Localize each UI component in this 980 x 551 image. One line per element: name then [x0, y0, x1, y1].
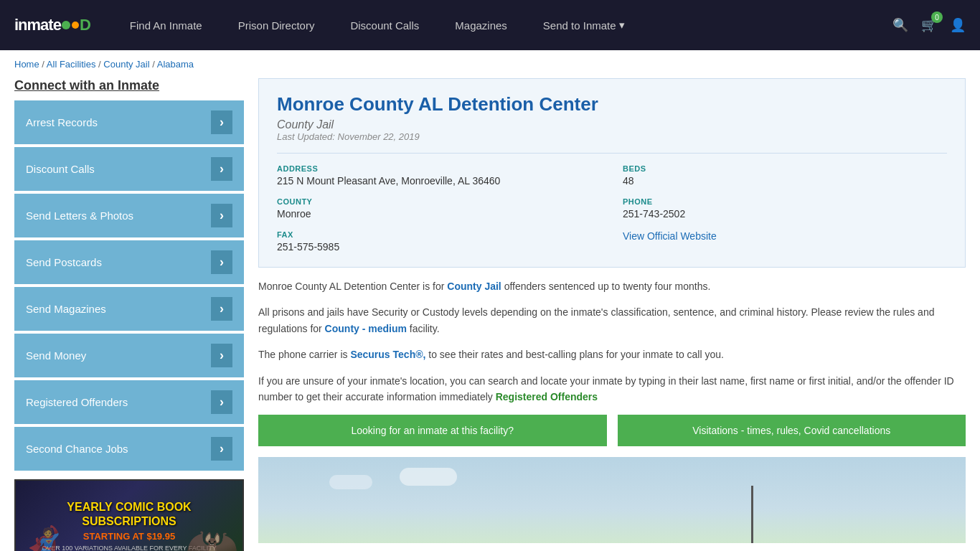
phone-block: PHONE 251-743-2502: [623, 197, 947, 220]
facility-type: County Jail: [277, 118, 947, 131]
county-block: COUNTY Monroe: [277, 197, 601, 220]
arrow-icon: ›: [211, 344, 232, 367]
utility-pole: [751, 486, 753, 543]
nav-send-to-inmate[interactable]: Send to Inmate ▾: [525, 0, 643, 50]
fax-label: FAX: [277, 230, 601, 239]
phone-value: 251-743-2502: [623, 208, 947, 220]
sidebar-item-send-magazines[interactable]: Send Magazines ›: [14, 287, 244, 331]
cart-badge: 0: [931, 11, 943, 23]
logo-text2: D: [80, 16, 90, 34]
sidebar-item-second-chance-jobs[interactable]: Second Chance Jobs ›: [14, 427, 244, 471]
county-jail-link[interactable]: County Jail: [447, 281, 501, 292]
desc-para-2: All prisons and jails have Security or C…: [258, 304, 966, 336]
sidebar-label: Second Chance Jobs: [26, 443, 128, 455]
sidebar-item-send-postcards[interactable]: Send Postcards ›: [14, 240, 244, 284]
county-value: Monroe: [277, 208, 601, 220]
sidebar-label: Arrest Records: [26, 116, 98, 128]
breadcrumb: Home / All Facilities / County Jail / Al…: [0, 50, 980, 78]
cloud2: [329, 475, 372, 489]
breadcrumb-home[interactable]: Home: [14, 59, 39, 70]
sidebar-item-send-money[interactable]: Send Money ›: [14, 334, 244, 377]
ad-hero-batman: 🦇: [185, 520, 239, 551]
sidebar-item-send-letters[interactable]: Send Letters & Photos ›: [14, 194, 244, 237]
photo-sky: [258, 457, 966, 543]
facility-name: Monroe County AL Detention Center: [277, 93, 947, 116]
arrow-icon: ›: [211, 204, 232, 227]
nav-discount-calls[interactable]: Discount Calls: [332, 0, 437, 50]
logo[interactable]: inmate D: [14, 16, 90, 34]
facility-card: Monroe County AL Detention Center County…: [258, 78, 966, 268]
site-header: inmate D Find An Inmate Prison Directory…: [0, 0, 980, 50]
sidebar-label: Send Postcards: [26, 256, 102, 268]
nav-prison-directory[interactable]: Prison Directory: [220, 0, 333, 50]
breadcrumb-county-jail[interactable]: County Jail: [103, 59, 149, 70]
nav-send-label: Send to Inmate: [543, 19, 616, 32]
website-link[interactable]: View Official Website: [623, 230, 717, 242]
address-value: 215 N Mount Pleasant Ave, Monroeville, A…: [277, 175, 601, 187]
arrow-icon: ›: [211, 297, 232, 321]
logo-text: inmate: [14, 16, 61, 34]
facility-updated: Last Updated: November 22, 2019: [277, 131, 947, 142]
sidebar: Connect with an Inmate Arrest Records › …: [14, 78, 244, 551]
logo-icon-green: [62, 21, 70, 29]
main-layout: Connect with an Inmate Arrest Records › …: [0, 78, 980, 551]
action-buttons: Looking for an inmate at this facility? …: [258, 415, 966, 446]
sidebar-label: Send Letters & Photos: [26, 209, 133, 222]
fax-block: FAX 251-575-5985: [277, 230, 601, 253]
description-section: Monroe County AL Detention Center is for…: [258, 278, 966, 457]
cloud1: [400, 468, 457, 486]
beds-block: BEDS 48: [623, 164, 947, 187]
arrow-icon: ›: [211, 390, 232, 414]
logo-icon-orange: [72, 22, 79, 29]
sidebar-item-discount-calls[interactable]: Discount Calls ›: [14, 147, 244, 191]
main-nav: Find An Inmate Prison Directory Discount…: [112, 0, 892, 50]
search-icon[interactable]: 🔍: [892, 17, 908, 33]
cart-icon[interactable]: 🛒 0: [921, 17, 937, 33]
securus-link[interactable]: Securus Tech®,: [350, 349, 425, 360]
user-icon[interactable]: 👤: [950, 17, 966, 33]
facility-photo: [258, 457, 966, 543]
arrow-icon: ›: [211, 157, 232, 181]
sidebar-label: Discount Calls: [26, 163, 95, 175]
arrow-icon: ›: [211, 250, 232, 274]
sidebar-title: Connect with an Inmate: [14, 78, 244, 93]
address-block: ADDRESS 215 N Mount Pleasant Ave, Monroe…: [277, 164, 601, 187]
address-label: ADDRESS: [277, 164, 601, 173]
ad-subtitle: STARTING AT $19.95: [83, 531, 175, 542]
nav-find-inmate[interactable]: Find An Inmate: [112, 0, 220, 50]
sidebar-label: Registered Offenders: [26, 396, 128, 408]
arrow-icon: ›: [211, 437, 232, 461]
main-content: Monroe County AL Detention Center County…: [258, 78, 966, 551]
nav-magazines[interactable]: Magazines: [437, 0, 525, 50]
sidebar-item-arrest-records[interactable]: Arrest Records ›: [14, 100, 244, 144]
arrow-icon: ›: [211, 110, 232, 134]
phone-label: PHONE: [623, 197, 947, 206]
county-label: COUNTY: [277, 197, 601, 206]
header-icons: 🔍 🛒 0 👤: [892, 17, 966, 33]
find-inmate-button[interactable]: Looking for an inmate at this facility?: [258, 415, 607, 446]
breadcrumb-all-facilities[interactable]: All Facilities: [47, 59, 96, 70]
ad-hero-superman: 🦸: [19, 524, 69, 551]
registered-offenders-link[interactable]: Registered Offenders: [496, 391, 598, 402]
desc-para-3: The phone carrier is Securus Tech®, to s…: [258, 347, 966, 362]
visitations-button[interactable]: Visitations - times, rules, Covid cancel…: [618, 415, 966, 446]
beds-label: BEDS: [623, 164, 947, 173]
desc-para-1: Monroe County AL Detention Center is for…: [258, 278, 966, 294]
fax-value: 251-575-5985: [277, 241, 601, 253]
sidebar-item-registered-offenders[interactable]: Registered Offenders ›: [14, 380, 244, 424]
sidebar-label: Send Magazines: [26, 303, 106, 315]
desc-para-4: If you are unsure of your inmate's locat…: [258, 373, 966, 405]
breadcrumb-state[interactable]: Alabama: [157, 59, 194, 70]
county-medium-link[interactable]: County - medium: [325, 323, 407, 334]
beds-value: 48: [623, 175, 947, 187]
website-block: View Official Website: [623, 230, 947, 253]
sidebar-label: Send Money: [26, 349, 86, 362]
ad-banner[interactable]: 🦸 YEARLY COMIC BOOKSUBSCRIPTIONS STARTIN…: [14, 479, 244, 551]
ad-title: YEARLY COMIC BOOKSUBSCRIPTIONS: [67, 500, 191, 527]
info-grid: ADDRESS 215 N Mount Pleasant Ave, Monroe…: [277, 153, 947, 253]
dropdown-arrow-icon: ▾: [619, 19, 625, 32]
